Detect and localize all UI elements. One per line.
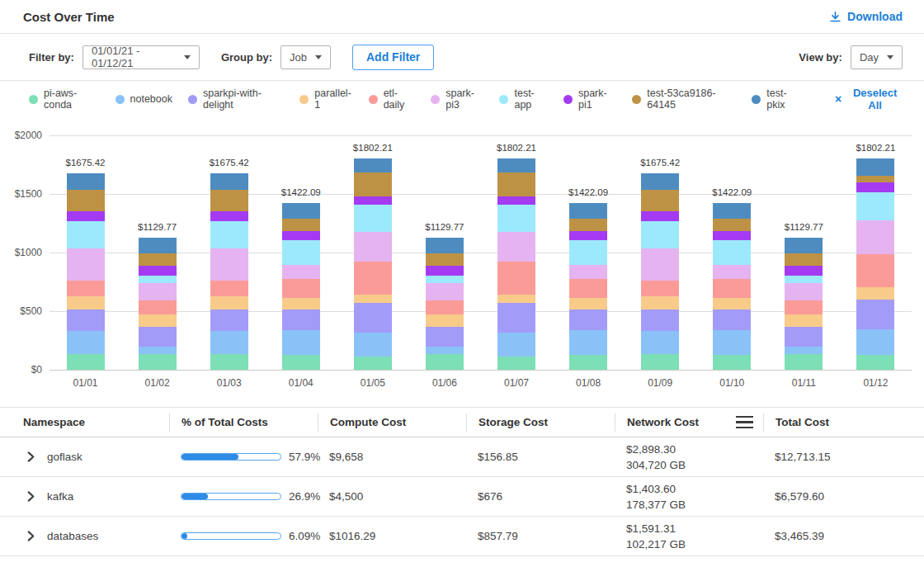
legend-item-sparkpi-with-delight[interactable]: sparkpi-with-delight xyxy=(188,87,284,111)
bar-segment-test-pkix[interactable] xyxy=(713,203,751,219)
bar-segment-spark-pi1[interactable] xyxy=(856,182,894,192)
deselect-all-button[interactable]: × Deselect All xyxy=(835,87,903,111)
bar-segment-pi-aws-conda[interactable] xyxy=(569,355,607,370)
bar-segment-sparkpi-with-delight[interactable] xyxy=(426,327,464,347)
bar-segment-notebook[interactable] xyxy=(641,331,679,354)
bar-segment-spark-pi3[interactable] xyxy=(641,248,679,281)
bar-segment-etl-daily[interactable] xyxy=(785,300,823,314)
bar-segment-test-pkix[interactable] xyxy=(426,238,464,254)
bar-segment-etl-daily[interactable] xyxy=(713,279,751,297)
bar-segment-test-pkix[interactable] xyxy=(210,173,248,190)
stacked-bar-01/07[interactable] xyxy=(497,158,535,370)
stacked-bar-01/09[interactable] xyxy=(641,173,679,370)
bar-segment-spark-pi1[interactable] xyxy=(785,266,823,276)
bar-segment-notebook[interactable] xyxy=(497,333,535,357)
bar-segment-etl-daily[interactable] xyxy=(210,281,248,296)
stacked-bar-01/11[interactable] xyxy=(785,238,823,370)
chevron-right-icon[interactable] xyxy=(26,491,35,502)
bar-segment-spark-pi3[interactable] xyxy=(67,248,105,281)
bar-segment-spark-pi3[interactable] xyxy=(282,265,320,279)
bar-segment-parallel-1[interactable] xyxy=(282,298,320,309)
bar-segment-notebook[interactable] xyxy=(139,347,177,354)
bar-segment-sparkpi-with-delight[interactable] xyxy=(139,327,177,347)
bar-segment-test-53ca9186-64145[interactable] xyxy=(210,190,248,211)
stacked-bar-01/04[interactable] xyxy=(282,203,320,370)
bar-segment-sparkpi-with-delight[interactable] xyxy=(67,309,105,331)
bar-segment-test-pkix[interactable] xyxy=(282,203,320,219)
bar-segment-notebook[interactable] xyxy=(569,330,607,355)
bar-segment-test-app[interactable] xyxy=(426,276,464,283)
bar-segment-pi-aws-conda[interactable] xyxy=(426,354,464,369)
bar-segment-test-pkix[interactable] xyxy=(641,173,679,190)
bar-segment-test-pkix[interactable] xyxy=(67,173,105,190)
bar-segment-etl-daily[interactable] xyxy=(497,262,535,295)
bar-segment-spark-pi3[interactable] xyxy=(713,265,751,279)
table-row-goflask[interactable]: goflask57.9%$9,658$156.85$2,898.30304,72… xyxy=(0,437,924,477)
bar-segment-etl-daily[interactable] xyxy=(139,300,177,314)
bar-segment-test-53ca9186-64145[interactable] xyxy=(641,190,679,211)
bar-segment-parallel-1[interactable] xyxy=(139,314,177,327)
bar-segment-test-app[interactable] xyxy=(713,240,751,265)
legend-item-etl-daily[interactable]: etl-daily xyxy=(369,87,416,111)
bar-segment-test-53ca9186-64145[interactable] xyxy=(497,172,535,196)
bar-segment-test-pkix[interactable] xyxy=(497,158,535,172)
bar-segment-parallel-1[interactable] xyxy=(856,287,894,300)
bar-segment-test-app[interactable] xyxy=(67,221,105,248)
bar-segment-spark-pi1[interactable] xyxy=(210,211,248,221)
bar-segment-sparkpi-with-delight[interactable] xyxy=(354,303,392,332)
legend-item-spark-pi3[interactable]: spark-pi3 xyxy=(431,87,483,111)
stacked-bar-01/01[interactable] xyxy=(67,173,105,370)
bar-segment-etl-daily[interactable] xyxy=(569,279,607,297)
stacked-bar-01/05[interactable] xyxy=(354,158,392,370)
bar-segment-test-app[interactable] xyxy=(354,205,392,232)
bar-segment-etl-daily[interactable] xyxy=(282,279,320,297)
bar-segment-test-pkix[interactable] xyxy=(785,238,823,254)
date-range-select[interactable]: 01/01/21 - 01/12/21 xyxy=(82,45,200,69)
bar-segment-pi-aws-conda[interactable] xyxy=(856,355,894,370)
bar-segment-parallel-1[interactable] xyxy=(354,295,392,304)
bar-segment-spark-pi1[interactable] xyxy=(67,211,105,221)
bar-segment-test-app[interactable] xyxy=(139,276,177,283)
view-by-select[interactable]: Day xyxy=(851,45,903,69)
bar-segment-pi-aws-conda[interactable] xyxy=(785,354,823,369)
legend-item-test-app[interactable]: test-app xyxy=(499,87,548,111)
bar-segment-pi-aws-conda[interactable] xyxy=(282,355,320,370)
bar-segment-spark-pi3[interactable] xyxy=(569,265,607,279)
bar-segment-sparkpi-with-delight[interactable] xyxy=(713,309,751,330)
bar-segment-spark-pi3[interactable] xyxy=(856,220,894,253)
bar-segment-spark-pi3[interactable] xyxy=(210,248,248,281)
legend-item-test-pkix[interactable]: test-pkix xyxy=(752,87,801,111)
bar-segment-etl-daily[interactable] xyxy=(354,262,392,295)
bar-segment-test-app[interactable] xyxy=(210,221,248,248)
bar-segment-etl-daily[interactable] xyxy=(426,300,464,314)
bar-segment-test-pkix[interactable] xyxy=(139,238,177,254)
bar-segment-test-53ca9186-64145[interactable] xyxy=(785,253,823,265)
stacked-bar-01/12[interactable] xyxy=(856,158,894,370)
bar-segment-test-53ca9186-64145[interactable] xyxy=(67,190,105,211)
bar-segment-parallel-1[interactable] xyxy=(426,314,464,327)
bar-segment-parallel-1[interactable] xyxy=(67,296,105,309)
bar-segment-test-app[interactable] xyxy=(282,240,320,265)
bar-segment-pi-aws-conda[interactable] xyxy=(139,354,177,369)
bar-segment-notebook[interactable] xyxy=(354,333,392,357)
legend-item-notebook[interactable]: notebook xyxy=(116,93,172,105)
bar-segment-parallel-1[interactable] xyxy=(210,296,248,309)
bar-segment-sparkpi-with-delight[interactable] xyxy=(210,309,248,331)
bar-segment-test-app[interactable] xyxy=(785,276,823,283)
bar-segment-spark-pi1[interactable] xyxy=(139,266,177,276)
bar-segment-test-app[interactable] xyxy=(856,192,894,220)
bar-segment-notebook[interactable] xyxy=(67,331,105,354)
bar-segment-test-53ca9186-64145[interactable] xyxy=(139,253,177,265)
bar-segment-spark-pi3[interactable] xyxy=(139,283,177,300)
bar-segment-spark-pi1[interactable] xyxy=(497,196,535,205)
bar-segment-parallel-1[interactable] xyxy=(497,295,535,304)
bar-segment-parallel-1[interactable] xyxy=(569,298,607,309)
download-button[interactable]: Download xyxy=(829,10,903,23)
bar-segment-spark-pi1[interactable] xyxy=(282,231,320,240)
legend-item-pi-aws-conda[interactable]: pi-aws-conda xyxy=(29,87,100,111)
bar-segment-spark-pi1[interactable] xyxy=(426,266,464,276)
stacked-bar-01/03[interactable] xyxy=(210,173,248,370)
bar-segment-spark-pi1[interactable] xyxy=(354,196,392,205)
stacked-bar-01/02[interactable] xyxy=(139,238,177,370)
bar-segment-pi-aws-conda[interactable] xyxy=(354,357,392,370)
